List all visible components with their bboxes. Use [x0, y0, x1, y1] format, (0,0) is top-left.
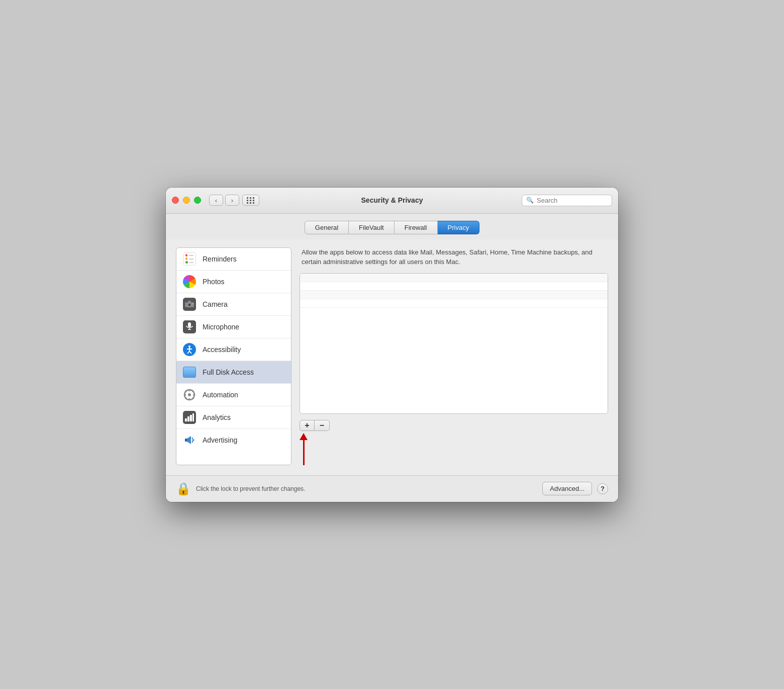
search-bar[interactable]: 🔍	[522, 195, 612, 206]
sidebar-item-advertising[interactable]: Advertising	[176, 429, 291, 451]
sidebar-item-photos[interactable]: Photos	[176, 271, 291, 293]
camera-icon	[183, 298, 196, 311]
microphone-icon	[183, 320, 196, 333]
microphone-icon-container	[182, 320, 197, 334]
search-icon: 🔍	[526, 197, 534, 204]
svg-line-12	[189, 351, 191, 354]
accessibility-icon-container	[182, 342, 197, 357]
grid-icon	[247, 197, 255, 204]
list-item	[300, 282, 608, 291]
sidebar-item-label: Analytics	[203, 413, 231, 421]
apps-list	[300, 273, 608, 414]
automation-icon	[183, 388, 196, 401]
photos-icon	[183, 275, 196, 288]
svg-rect-24	[187, 416, 189, 421]
nav-buttons: ‹ ›	[209, 195, 239, 206]
tab-general[interactable]: General	[305, 221, 349, 234]
fulldisk-icon-container	[182, 365, 197, 379]
sidebar-item-analytics[interactable]: Analytics	[176, 406, 291, 429]
sidebar-item-label: Microphone	[203, 323, 239, 331]
sidebar-item-label: Advertising	[203, 436, 237, 444]
minimize-button[interactable]	[183, 197, 190, 204]
sidebar-item-microphone[interactable]: Microphone	[176, 316, 291, 338]
tabs-bar: General FileVault Firewall Privacy	[166, 214, 618, 239]
sidebar-item-label: Camera	[203, 300, 228, 308]
accessibility-icon	[183, 343, 196, 356]
tab-firewall[interactable]: Firewall	[395, 221, 438, 234]
sidebar-item-reminders[interactable]: Reminders	[176, 248, 291, 271]
action-buttons: + −	[300, 420, 330, 431]
svg-rect-18	[193, 394, 195, 395]
sidebar-item-label: Reminders	[203, 255, 237, 263]
camera-icon-container	[182, 297, 197, 311]
photos-icon-container	[182, 275, 197, 289]
sidebar-item-accessibility[interactable]: Accessibility	[176, 338, 291, 361]
arrow-shaft	[303, 440, 305, 465]
remove-app-button[interactable]: −	[315, 420, 330, 431]
svg-point-8	[188, 346, 190, 348]
bottom-bar: 🔒 Click the lock to prevent further chan…	[166, 475, 618, 502]
sidebar-item-label: Photos	[203, 278, 225, 286]
sidebar-list: Reminders Photos	[176, 247, 291, 465]
search-input[interactable]	[537, 197, 608, 204]
sidebar-item-label: Accessibility	[203, 346, 241, 354]
svg-rect-5	[188, 322, 191, 327]
window-title: Security & Privacy	[361, 196, 423, 204]
sidebar-item-automation[interactable]: Automation	[176, 384, 291, 406]
advertising-icon	[183, 434, 196, 447]
traffic-lights	[172, 197, 201, 204]
list-item	[300, 299, 608, 308]
content-panel: Allow the apps below to access data like…	[300, 247, 608, 465]
svg-rect-26	[192, 413, 194, 421]
grid-view-button[interactable]	[242, 195, 259, 206]
advanced-button[interactable]: Advanced...	[542, 482, 592, 495]
svg-rect-15	[189, 389, 190, 391]
sidebar-item-camera[interactable]: Camera	[176, 293, 291, 316]
sidebar-item-fulldisk[interactable]: Full Disk Access	[176, 361, 291, 384]
arrow-head	[300, 433, 308, 440]
description-text: Allow the apps below to access data like…	[300, 247, 608, 267]
back-button[interactable]: ‹	[209, 195, 223, 206]
help-button[interactable]: ?	[597, 483, 608, 494]
lock-text: Click the lock to prevent further change…	[196, 485, 537, 492]
advertising-icon-container	[182, 433, 197, 447]
svg-point-14	[188, 393, 191, 396]
svg-rect-4	[192, 303, 193, 304]
analytics-icon	[183, 411, 196, 424]
automation-icon-container	[182, 388, 197, 402]
svg-rect-27	[185, 439, 187, 442]
svg-rect-3	[188, 301, 191, 303]
svg-rect-16	[189, 398, 190, 400]
main-window: ‹ › Security & Privacy 🔍 General FileVau…	[166, 188, 618, 502]
svg-point-28	[193, 439, 194, 441]
list-item	[300, 291, 608, 299]
main-content: Reminders Photos	[166, 239, 618, 475]
svg-point-2	[189, 304, 190, 305]
add-app-button[interactable]: +	[300, 420, 315, 431]
svg-rect-23	[185, 418, 187, 421]
fulldisk-icon	[183, 367, 196, 378]
tab-filevault[interactable]: FileVault	[349, 221, 395, 234]
svg-rect-17	[184, 394, 186, 395]
analytics-icon-container	[182, 410, 197, 424]
close-button[interactable]	[172, 197, 179, 204]
lock-icon[interactable]: 🔒	[176, 482, 191, 496]
tab-privacy[interactable]: Privacy	[438, 221, 480, 234]
svg-rect-25	[190, 415, 192, 421]
reminders-icon-container	[182, 252, 197, 266]
add-button-arrow-annotation	[300, 433, 308, 465]
sidebar-item-label: Full Disk Access	[203, 368, 254, 376]
forward-button[interactable]: ›	[225, 195, 239, 206]
reminders-icon	[183, 252, 196, 266]
titlebar: ‹ › Security & Privacy 🔍	[166, 188, 618, 214]
maximize-button[interactable]	[194, 197, 201, 204]
list-item	[300, 274, 608, 282]
sidebar-item-label: Automation	[203, 391, 238, 399]
